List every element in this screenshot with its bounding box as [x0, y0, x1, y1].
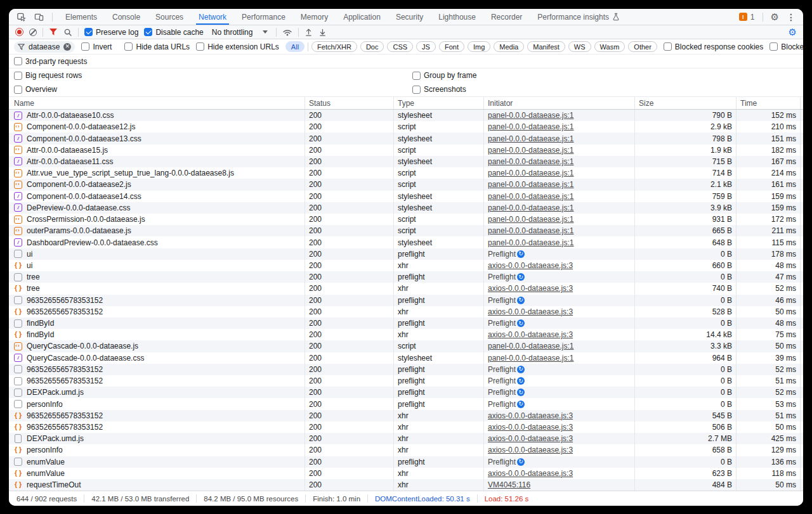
initiator-link[interactable]: axios-0.0.0-dataease.js:3 [488, 411, 573, 420]
type-pill[interactable]: Doc [360, 41, 384, 52]
preflight-info-icon[interactable] [517, 319, 525, 327]
third-party-checkbox[interactable]: 3rd-party requests [14, 57, 87, 66]
device-toolbar-icon[interactable] [34, 12, 44, 22]
invert-checkbox[interactable]: Invert [81, 42, 112, 51]
type-pill[interactable]: Img [468, 41, 490, 52]
initiator-link[interactable]: panel-0.0.0-dataease.js:1 [488, 111, 573, 120]
column-header[interactable]: Name [9, 97, 305, 109]
table-row[interactable]: enumValue 200 preflight Preflight 0 B 13… [9, 456, 803, 468]
column-header[interactable]: Initiator [484, 97, 635, 109]
initiator-link[interactable]: panel-0.0.0-dataease.js:1 [488, 215, 573, 224]
initiator-link[interactable]: panel-0.0.0-dataease.js:1 [488, 342, 573, 350]
initiator-link[interactable]: Preflight [488, 376, 516, 385]
panel-tab[interactable]: Application [336, 9, 388, 25]
initiator-link[interactable]: Preflight [488, 250, 516, 259]
network-conditions-icon[interactable] [282, 28, 292, 37]
table-row[interactable]: QueryCascade-0.0.0-dataease.css 200 styl… [9, 352, 803, 364]
throttling-dropdown[interactable]: No throttling [209, 28, 271, 37]
initiator-link[interactable]: panel-0.0.0-dataease.js:1 [488, 157, 573, 166]
table-row[interactable]: Attr-0.0.0-dataease11.css 200 stylesheet… [9, 156, 803, 167]
initiator-link[interactable]: panel-0.0.0-dataease.js:1 [488, 169, 573, 177]
initiator-link[interactable]: panel-0.0.0-dataease.js:1 [488, 238, 573, 247]
table-row[interactable]: DEXPack.umd.js 200 preflight Preflight 0… [9, 387, 803, 398]
clear-filter-icon[interactable]: ✕ [63, 43, 71, 51]
inspect-element-icon[interactable] [16, 12, 26, 22]
export-har-icon[interactable] [318, 28, 327, 37]
initiator-link[interactable]: Preflight [488, 273, 516, 281]
blocked-requests-checkbox[interactable]: Blocked requests [769, 42, 803, 51]
column-header[interactable]: Status [305, 97, 394, 109]
initiator-link[interactable]: panel-0.0.0-dataease.js:1 [488, 122, 573, 131]
initiator-link[interactable]: axios-0.0.0-dataease.js:3 [488, 423, 573, 432]
table-row[interactable]: DEXPack.umd.js 200 xhr axios-0.0.0-datae… [9, 433, 803, 444]
initiator-link[interactable]: panel-0.0.0-dataease.js:1 [488, 354, 573, 363]
initiator-link[interactable]: VM4045:116 [488, 480, 530, 489]
panel-tab[interactable]: Console [105, 9, 148, 25]
screenshots-checkbox[interactable]: Screenshots [412, 85, 466, 94]
table-row[interactable]: requestTimeOut 200 xhr VM4045:116 484 B … [9, 479, 803, 491]
panel-tab[interactable]: Network [191, 9, 234, 25]
table-row[interactable]: 963526556578353152 200 preflight Preflig… [9, 375, 803, 387]
preserve-log-checkbox[interactable]: Preserve log [84, 28, 138, 37]
column-header[interactable]: Type [394, 97, 484, 109]
network-settings-gear-icon[interactable]: ⚙ [789, 27, 797, 37]
filter-input[interactable]: dataease ✕ [14, 41, 75, 53]
checkbox-unchecked[interactable] [412, 72, 421, 80]
big-request-rows-checkbox[interactable]: Big request rows [14, 71, 82, 80]
initiator-link[interactable]: axios-0.0.0-dataease.js:3 [488, 261, 573, 270]
table-row[interactable]: 963526556578353152 200 xhr axios-0.0.0-d… [9, 421, 803, 433]
column-header[interactable]: Size [635, 97, 737, 109]
hide-data-urls-checkbox[interactable]: Hide data URLs [124, 42, 190, 51]
checkbox-unchecked[interactable] [14, 72, 22, 80]
initiator-link[interactable]: Preflight [488, 458, 516, 466]
disable-cache-checkbox[interactable]: Disable cache [144, 28, 203, 37]
panel-tab[interactable]: Performance insights [530, 9, 627, 25]
type-pill[interactable]: Font [439, 41, 464, 52]
panel-tab[interactable]: Sources [148, 9, 191, 25]
panel-tab[interactable]: Security [388, 9, 431, 25]
filter-toggle-icon[interactable] [49, 28, 58, 36]
table-row[interactable]: findById 200 preflight Preflight 0 B 48 … [9, 318, 803, 329]
overview-checkbox[interactable]: Overview [14, 85, 57, 94]
checkbox-unchecked[interactable] [124, 42, 133, 51]
table-row[interactable]: Component-0.0.0-dataease14.css 200 style… [9, 191, 803, 202]
table-row[interactable]: DashboardPreview-0.0.0-dataease.css 200 … [9, 236, 803, 248]
hide-extension-urls-checkbox[interactable]: Hide extension URLs [196, 42, 279, 51]
checkbox-unchecked[interactable] [769, 42, 778, 51]
blocked-response-cookies-checkbox[interactable]: Blocked response cookies [664, 42, 763, 51]
import-har-icon[interactable] [304, 28, 313, 37]
table-row[interactable]: personInfo 200 preflight Preflight 0 B 5… [9, 398, 803, 409]
preflight-info-icon[interactable] [517, 250, 525, 258]
initiator-link[interactable]: Preflight [488, 365, 516, 374]
table-row[interactable]: ui 200 preflight Preflight 0 B 178 ms [9, 248, 803, 260]
table-row[interactable]: outerParams-0.0.0-dataease.js 200 script… [9, 225, 803, 236]
type-pill[interactable]: JS [416, 41, 436, 52]
type-pill[interactable]: WS [568, 41, 591, 52]
type-pill[interactable]: Fetch/XHR [311, 41, 357, 52]
table-row[interactable]: QueryCascade-0.0.0-dataease.js 200 scrip… [9, 340, 803, 352]
initiator-link[interactable]: axios-0.0.0-dataease.js:3 [488, 307, 573, 316]
table-row[interactable]: Component-0.0.0-dataease13.css 200 style… [9, 132, 803, 144]
table-row[interactable]: Attr-0.0.0-dataease10.css 200 stylesheet… [9, 110, 803, 121]
type-pill-all[interactable]: All [285, 41, 304, 52]
checkbox-unchecked[interactable] [14, 86, 22, 94]
table-row[interactable]: ui 200 xhr axios-0.0.0-dataease.js:3 660… [9, 260, 803, 271]
initiator-link[interactable]: axios-0.0.0-dataease.js:3 [488, 330, 573, 339]
column-header[interactable]: Time [737, 97, 801, 109]
type-pill[interactable]: CSS [387, 41, 413, 52]
preflight-info-icon[interactable] [517, 377, 525, 385]
table-row[interactable]: CrossPermission-0.0.0-dataease.js 200 sc… [9, 214, 803, 225]
checkbox-unchecked[interactable] [664, 42, 672, 51]
preflight-info-icon[interactable] [517, 389, 525, 396]
type-pill[interactable]: Wasm [594, 41, 625, 52]
search-icon[interactable] [63, 28, 72, 37]
table-row[interactable]: personInfo 200 xhr axios-0.0.0-dataease.… [9, 444, 803, 456]
preflight-info-icon[interactable] [517, 297, 525, 304]
initiator-link[interactable]: Preflight [488, 296, 516, 305]
initiator-link[interactable]: panel-0.0.0-dataease.js:1 [488, 134, 573, 143]
checkbox-unchecked[interactable] [14, 57, 22, 65]
group-by-frame-checkbox[interactable]: Group by frame [412, 71, 476, 80]
type-pill[interactable]: Other [628, 41, 657, 52]
preflight-info-icon[interactable] [517, 366, 525, 373]
initiator-link[interactable]: Preflight [488, 400, 516, 409]
